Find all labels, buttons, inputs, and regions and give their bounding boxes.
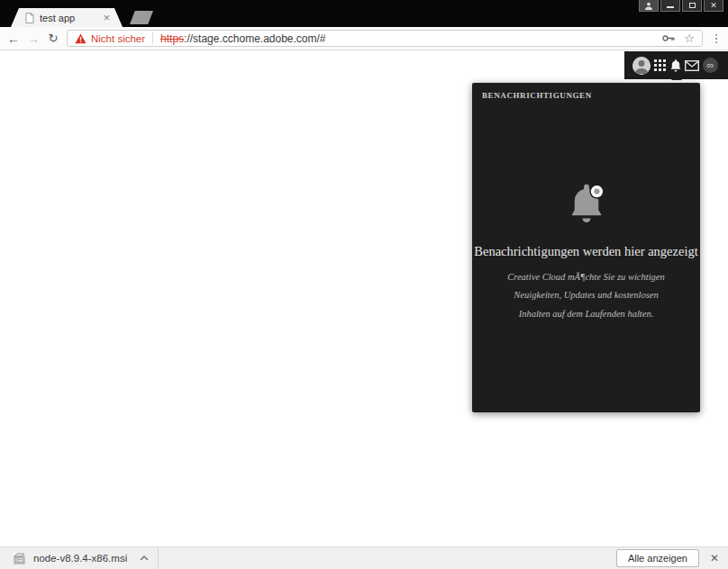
- empty-state-body: Creative Cloud mÃ¶chte Sie zu wichtigen …: [502, 268, 671, 323]
- new-tab-button[interactable]: [130, 11, 153, 24]
- browser-menu-icon[interactable]: ⋮: [710, 32, 723, 45]
- download-bar-close-icon[interactable]: ✕: [710, 552, 719, 564]
- page-content: ∞ BENACHRICHTIGUNGEN Benachrichtigungen …: [0, 51, 728, 546]
- download-chevron-up-icon[interactable]: [140, 555, 149, 561]
- security-label[interactable]: Nicht sicher: [91, 33, 145, 44]
- mail-icon[interactable]: [685, 60, 699, 71]
- omnibox-divider: [152, 32, 153, 44]
- show-all-downloads-button[interactable]: Alle anzeigen: [616, 549, 699, 567]
- bookmark-star-icon[interactable]: ☆: [684, 32, 695, 45]
- forward-button[interactable]: →: [23, 32, 43, 46]
- notifications-panel: BENACHRICHTIGUNGEN Benachrichtigungen we…: [472, 83, 700, 412]
- browser-profile-button[interactable]: [639, 0, 659, 12]
- creative-cloud-logo-icon[interactable]: ∞: [703, 58, 718, 73]
- maximize-button[interactable]: [682, 0, 702, 12]
- empty-state-title: Benachrichtigungen werden hier angezeigt: [474, 244, 697, 259]
- download-filename: node-v8.9.4-x86.msi: [33, 553, 127, 564]
- browser-toolbar: ← → ↻ Nicht sicher https://stage.cchome.…: [0, 27, 728, 50]
- download-bar-divider: [158, 547, 159, 569]
- notifications-bell-icon[interactable]: [669, 59, 682, 73]
- tab-title: test app: [40, 13, 103, 23]
- panel-caret: [671, 74, 682, 80]
- back-button[interactable]: ←: [4, 32, 23, 46]
- browser-titlebar: test app × ✕: [0, 0, 728, 27]
- empty-bell-icon: [566, 183, 607, 226]
- user-avatar[interactable]: [632, 57, 651, 75]
- security-warning-icon[interactable]: [75, 33, 86, 44]
- url-rest: ://stage.cchome.adobe.com/#: [184, 32, 325, 45]
- notifications-empty-state: Benachrichtigungen werden hier angezeigt…: [472, 100, 700, 323]
- password-key-icon[interactable]: [662, 34, 675, 42]
- page-icon: [25, 13, 34, 23]
- browser-tab[interactable]: test app ×: [11, 8, 123, 27]
- apps-grid-icon[interactable]: [654, 59, 666, 71]
- window-close-button[interactable]: ✕: [704, 0, 723, 12]
- minimize-button[interactable]: [660, 0, 680, 12]
- address-bar[interactable]: Nicht sicher https://stage.cchome.adobe.…: [67, 30, 703, 47]
- tab-close-icon[interactable]: ×: [103, 12, 110, 23]
- msi-file-icon: [13, 552, 26, 565]
- window-controls: ✕: [639, 0, 723, 12]
- url-text[interactable]: https://stage.cchome.adobe.com/#: [160, 32, 325, 45]
- download-bar: node-v8.9.4-x86.msi Alle anzeigen ✕: [0, 546, 728, 569]
- url-scheme: https: [160, 32, 184, 45]
- reload-button[interactable]: ↻: [43, 32, 63, 45]
- panel-header: BENACHRICHTIGUNGEN: [472, 83, 700, 100]
- download-item[interactable]: node-v8.9.4-x86.msi: [0, 547, 168, 569]
